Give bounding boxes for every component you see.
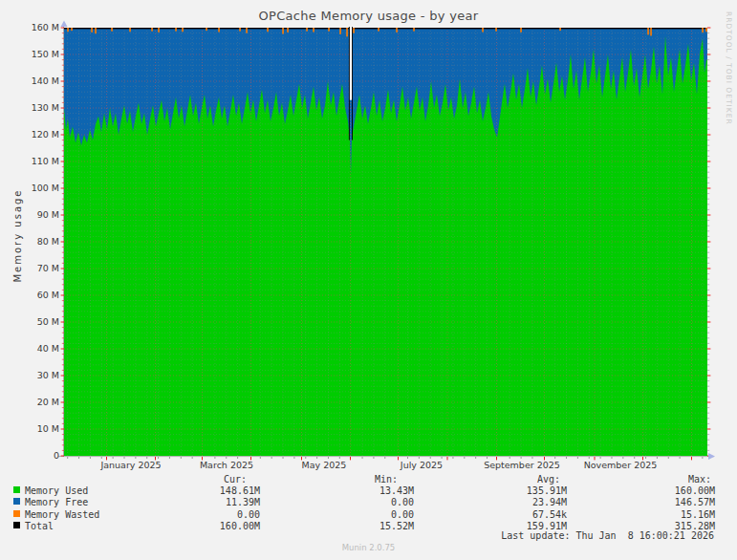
legend-label: Memory Used <box>25 485 88 496</box>
munin-graph-page: OPCache Memory usage - by year Memory us… <box>0 0 737 560</box>
rrdtool-watermark: RRDTOOL / TOBI OETIKER <box>725 11 733 125</box>
y-tick-label: 60 M <box>19 290 59 300</box>
legend-value: 11.39M <box>226 497 260 507</box>
legend-swatch-memory-free <box>13 498 20 505</box>
y-tick-label: 120 M <box>19 129 59 140</box>
y-tick-label: 40 M <box>19 343 59 354</box>
y-tick-label: 140 M <box>19 75 59 86</box>
legend-column-header: Avg: <box>537 474 560 485</box>
y-tick-label: 30 M <box>19 370 59 380</box>
y-tick-label: 100 M <box>19 183 59 193</box>
legend-value: 13.43M <box>379 485 414 496</box>
legend-value: 15.52M <box>379 521 414 531</box>
legend-value: 23.94M <box>532 497 567 507</box>
legend-value: 0.00 <box>391 509 414 520</box>
legend-swatch-memory-used <box>13 486 20 493</box>
legend-value: 135.91M <box>527 485 567 496</box>
legend-value: 0.00 <box>237 509 260 520</box>
legend-value: 0.00 <box>391 497 414 507</box>
legend-label: Total <box>25 521 54 531</box>
legend-label: Memory Free <box>25 497 88 507</box>
x-tick-label: November 2025 <box>558 460 683 470</box>
y-tick-label: 70 M <box>19 263 59 273</box>
last-update-text: Last update: Thu Jan 8 16:00:21 2026 <box>501 530 714 541</box>
legend-value: 67.54k <box>532 509 567 520</box>
legend-swatch-memory-wasted <box>13 510 20 517</box>
y-tick-label: 20 M <box>19 397 59 407</box>
y-tick-label: 50 M <box>19 316 59 327</box>
y-tick-label: 90 M <box>19 209 59 220</box>
opcache-chart-svg <box>53 16 722 467</box>
legend-value: 160.00M <box>675 485 715 496</box>
legend-column-header: Min: <box>375 474 398 485</box>
legend-swatch-total <box>13 522 20 528</box>
y-tick-label: 0 <box>19 450 59 461</box>
legend-value: 15.16M <box>681 509 715 520</box>
y-tick-label: 150 M <box>19 49 59 59</box>
y-tick-label: 110 M <box>19 156 59 166</box>
legend-value: 148.61M <box>220 485 260 496</box>
y-tick-label: 130 M <box>19 102 59 113</box>
legend-value: 160.00M <box>220 521 260 531</box>
legend-column-header: Max: <box>688 474 711 485</box>
y-tick-label: 160 M <box>19 22 59 32</box>
legend-column-header: Cur: <box>224 474 247 485</box>
legend-label: Memory Wasted <box>25 509 99 520</box>
y-tick-label: 10 M <box>19 423 59 434</box>
y-tick-label: 80 M <box>19 236 59 247</box>
munin-version-text: Munin 2.0.75 <box>0 543 737 552</box>
legend-value: 146.57M <box>675 497 715 507</box>
